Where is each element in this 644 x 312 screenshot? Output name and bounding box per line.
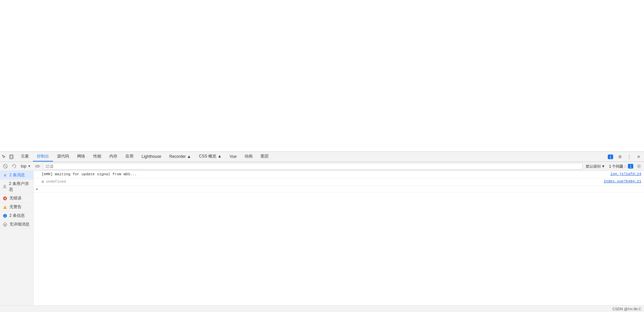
console-badge-button[interactable]: 1 bbox=[606, 153, 614, 161]
issues-count-badge: 1 bbox=[628, 164, 633, 169]
svg-text:✕: ✕ bbox=[4, 197, 6, 200]
log-entry-hmr: [HMR] Waiting for update signal from WDS… bbox=[34, 171, 644, 178]
tab-left-icons bbox=[1, 154, 14, 160]
context-label: top bbox=[21, 164, 26, 169]
inspect-icon[interactable] bbox=[1, 154, 7, 160]
console-toolbar-right: 默认级别 ▼ 1 个问题： 1 bbox=[585, 163, 642, 170]
log-source-hmr[interactable]: log.js?1afd:24 bbox=[610, 172, 641, 176]
errors-icon: ✕ bbox=[3, 196, 7, 201]
more-button[interactable]: ⋮ bbox=[625, 153, 633, 161]
level-chevron-icon: ▼ bbox=[601, 164, 605, 168]
close-icon: ✕ bbox=[637, 154, 640, 159]
log-content-hmr: [HMR] Waiting for update signal from WDS… bbox=[42, 172, 608, 177]
level-label: 默认级别 bbox=[586, 164, 601, 169]
console-toolbar: top ▼ 默认级别 ▼ 1 个问题： 1 bbox=[0, 162, 644, 171]
verbose-icon: ⚙ bbox=[3, 222, 7, 227]
tab-performance[interactable]: 性能 bbox=[89, 152, 105, 162]
log-content-undefined: a undefined bbox=[42, 179, 601, 184]
tab-right-icons: 1 ⚙ ⋮ ✕ bbox=[606, 153, 643, 161]
hide-network-button[interactable] bbox=[34, 163, 41, 170]
all-messages-icon: ≡ bbox=[3, 173, 7, 178]
issues-button[interactable]: 1 个问题： 1 bbox=[608, 163, 635, 170]
svg-text:!: ! bbox=[5, 206, 6, 209]
tab-elements[interactable]: 元素 bbox=[17, 152, 33, 162]
svg-text:⚙: ⚙ bbox=[4, 223, 6, 226]
sidebar-item-verbose[interactable]: ⚙ 无详细消息 bbox=[0, 220, 33, 229]
sidebar-item-info[interactable]: i 2 条信息 bbox=[0, 211, 33, 220]
log-entry-expand: ▶ bbox=[34, 186, 644, 193]
devtools-tabs: 元素 控制台 源代码 网络 性能 内存 应用 Lighthouse Record… bbox=[17, 152, 606, 162]
more-icon: ⋮ bbox=[627, 154, 631, 159]
tab-vue[interactable]: Vue bbox=[226, 152, 241, 162]
errors-label: 无错误 bbox=[9, 195, 21, 201]
device-toolbar-icon[interactable] bbox=[9, 154, 14, 160]
devtools-tabbar: 元素 控制台 源代码 网络 性能 内存 应用 Lighthouse Record… bbox=[0, 152, 644, 162]
refresh-button[interactable] bbox=[11, 163, 17, 170]
info-label: 2 条信息 bbox=[9, 213, 25, 219]
console-content: ≡ 2 条消息 2 条用户消息 ✕ 无错误 ! 无警告 bbox=[0, 171, 644, 305]
tab-network[interactable]: 网络 bbox=[73, 152, 89, 162]
clear-console-button[interactable] bbox=[2, 163, 9, 170]
sidebar-item-user-messages[interactable]: 2 条用户消息 bbox=[0, 180, 33, 194]
all-messages-label: 2 条消息 bbox=[9, 172, 25, 178]
svg-line-3 bbox=[4, 165, 7, 168]
info-icon: i bbox=[3, 213, 7, 218]
expand-arrow-icon[interactable]: ▶ bbox=[36, 187, 38, 191]
filter-input[interactable] bbox=[43, 163, 583, 170]
context-selector[interactable]: top ▼ bbox=[19, 163, 32, 169]
devtools-bottombar: CSDN @I'm Mr.C bbox=[0, 305, 644, 312]
console-log-area: [HMR] Waiting for update signal from WDS… bbox=[34, 171, 644, 305]
user-messages-icon bbox=[3, 184, 7, 189]
tab-recorder[interactable]: Recorder ▲ bbox=[165, 152, 195, 162]
console-settings-button[interactable] bbox=[636, 163, 642, 169]
devtools-panel: 元素 控制台 源代码 网络 性能 内存 应用 Lighthouse Record… bbox=[0, 151, 644, 312]
tab-animation[interactable]: 动画 bbox=[240, 152, 257, 162]
user-messages-label: 2 条用户消息 bbox=[9, 181, 31, 192]
footer-text: CSDN @I'm Mr.C bbox=[612, 307, 641, 311]
svg-rect-1 bbox=[10, 155, 12, 158]
warnings-icon: ! bbox=[3, 205, 7, 209]
issues-label: 1 个问题： bbox=[609, 164, 627, 169]
settings-button[interactable]: ⚙ bbox=[616, 153, 624, 161]
verbose-label: 无详细消息 bbox=[9, 222, 30, 227]
svg-point-5 bbox=[638, 166, 640, 167]
tab-layers[interactable]: 图层 bbox=[257, 152, 273, 162]
tab-lighthouse[interactable]: Lighthouse bbox=[138, 152, 165, 162]
warnings-label: 无警告 bbox=[9, 204, 21, 210]
log-source-undefined[interactable]: Index.vue?b484:21 bbox=[604, 179, 641, 183]
tab-console[interactable]: 控制台 bbox=[33, 152, 53, 162]
context-chevron-icon: ▼ bbox=[28, 165, 31, 168]
log-entry-undefined: a undefined Index.vue?b484:21 bbox=[34, 178, 644, 186]
tab-memory[interactable]: 内存 bbox=[105, 152, 121, 162]
close-devtools-button[interactable]: ✕ bbox=[635, 153, 643, 161]
settings-icon: ⚙ bbox=[618, 154, 622, 159]
console-sidebar: ≡ 2 条消息 2 条用户消息 ✕ 无错误 ! 无警告 bbox=[0, 171, 34, 305]
sidebar-item-all-messages[interactable]: ≡ 2 条消息 bbox=[0, 171, 33, 180]
console-badge: 1 bbox=[608, 154, 613, 159]
tab-css-overview[interactable]: CSS 概览 ▲ bbox=[195, 152, 225, 162]
tab-application[interactable]: 应用 bbox=[121, 152, 138, 162]
sidebar-item-warnings[interactable]: ! 无警告 bbox=[0, 203, 33, 211]
log-level-selector[interactable]: 默认级别 ▼ bbox=[585, 163, 606, 170]
svg-point-6 bbox=[4, 185, 6, 187]
tab-sources[interactable]: 源代码 bbox=[53, 152, 73, 162]
svg-text:i: i bbox=[5, 214, 6, 218]
page-content bbox=[0, 0, 644, 151]
svg-point-4 bbox=[37, 166, 38, 167]
sidebar-item-errors[interactable]: ✕ 无错误 bbox=[0, 194, 33, 203]
